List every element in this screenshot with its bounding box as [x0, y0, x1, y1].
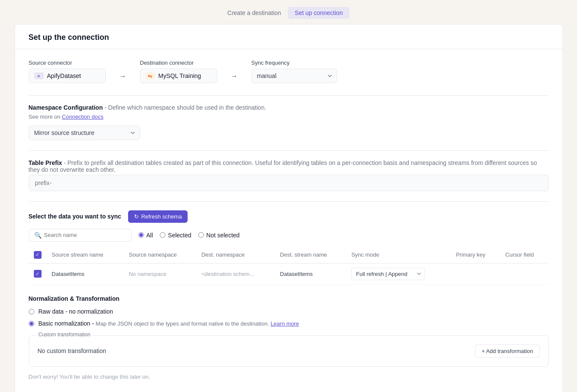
sync-frequency-group: Sync frequency manual hourly daily weekl…: [251, 60, 337, 83]
row-dest-namespace: <destination schem...: [196, 263, 275, 284]
col-primary-key: Primary key: [451, 247, 500, 263]
streams-table-body: ✓ DatasetItems No namespace <destination…: [29, 263, 549, 284]
row-dest-stream: DatasetItems: [275, 263, 347, 284]
search-input[interactable]: [44, 232, 126, 238]
source-connector-value: A ApifyDataset: [29, 69, 106, 83]
row-sync-mode[interactable]: Full refresh | Append Incremental | Appe…: [346, 263, 451, 284]
connector-arrow: →: [120, 72, 126, 80]
namespace-title-bold: Namespace Configuration: [29, 104, 103, 111]
nav-step-create[interactable]: Create a destination: [227, 9, 281, 16]
source-connector-name: ApifyDataset: [47, 72, 81, 79]
no-transform-label: No custom transformation: [38, 347, 106, 354]
search-icon: 🔍: [34, 232, 42, 239]
table-prefix-suffix: - Prefix to prefix all destination table…: [29, 159, 537, 173]
sync-frequency-label: Sync frequency: [251, 60, 337, 66]
namespace-title: Namespace Configuration - Define which n…: [29, 104, 549, 111]
row-source-stream: DatasetItems: [47, 263, 124, 284]
namespace-desc: See more on Connection docs: [29, 113, 549, 121]
namespace-title-suffix: - Define which namespace should be used …: [105, 104, 266, 111]
norm-raw-label: Raw data - no normalization: [39, 308, 113, 315]
sync-section-header: Select the data you want to sync ↻ Refre…: [29, 210, 549, 223]
namespace-select[interactable]: Mirror source structure Destination defa…: [29, 126, 140, 140]
radio-not-selected-input[interactable]: [198, 232, 204, 238]
radio-not-selected[interactable]: Not selected: [198, 232, 240, 239]
add-transformation-button[interactable]: + Add transformation: [475, 344, 539, 358]
mysql-icon: My: [146, 72, 155, 79]
connectors-row: Source connector A ApifyDataset → Destin…: [29, 60, 549, 83]
prefix-input[interactable]: [29, 175, 549, 191]
radio-all-input[interactable]: [138, 232, 144, 238]
main-card: Set up the connection Source connector A…: [15, 24, 563, 392]
top-nav: Create a destination Set up connection: [0, 0, 577, 24]
destination-connector-label: Destination connector: [140, 60, 217, 66]
radio-selected[interactable]: Selected: [160, 232, 191, 239]
table-prefix-section: Table Prefix - Prefix to prefix all dest…: [29, 159, 549, 191]
norm-radio-raw[interactable]: [29, 309, 34, 314]
learn-more-link[interactable]: Learn more: [271, 320, 299, 327]
sync-frequency-select[interactable]: manual hourly daily weekly: [251, 69, 337, 83]
source-connector-group: Source connector A ApifyDataset: [29, 60, 106, 83]
norm-radio-basic[interactable]: [29, 321, 34, 326]
streams-table: ✓ Source stream name Source namespace De…: [29, 247, 549, 285]
streams-table-header-row: ✓ Source stream name Source namespace De…: [29, 247, 549, 263]
connection-docs-link[interactable]: Connection docs: [62, 114, 104, 120]
normalization-title: Normalization & Transformation: [29, 295, 549, 302]
norm-basic-content: Basic normalization - Map the JSON objec…: [39, 320, 299, 327]
search-box[interactable]: 🔍: [29, 229, 132, 242]
radio-all[interactable]: All: [138, 232, 153, 239]
table-prefix-title: Table Prefix - Prefix to prefix all dest…: [29, 159, 549, 173]
col-dest-stream: Dest. stream name: [275, 247, 347, 263]
row-source-namespace: No namespace: [124, 263, 196, 284]
nav-step-setup[interactable]: Set up connection: [288, 7, 350, 19]
table-prefix-bold: Table Prefix: [29, 159, 62, 166]
destination-connector-value: My MySQL Training: [140, 69, 217, 83]
radio-group: All Selected Not selected: [138, 232, 240, 239]
divider-1: [29, 95, 549, 96]
card-header: Set up the connection: [15, 24, 562, 49]
card-title: Set up the connection: [29, 33, 109, 42]
footer-note: Don't worry! You'll be able to change th…: [29, 374, 549, 380]
divider-2: [29, 150, 549, 151]
connector-arrow2: →: [231, 72, 238, 80]
sync-section-title: Select the data you want to sync: [29, 213, 121, 220]
filter-row: 🔍 All Selected Not selected: [29, 229, 549, 242]
normalization-section: Normalization & Transformation Raw data …: [29, 295, 549, 327]
content-area: Source connector A ApifyDataset → Destin…: [15, 49, 562, 392]
refresh-btn-label: Refresh schema: [141, 213, 182, 220]
row-checkbox[interactable]: ✓: [34, 270, 42, 278]
col-sync-mode: Sync mode: [346, 247, 451, 263]
radio-all-label: All: [146, 232, 153, 239]
row-cursor-field: [500, 263, 549, 284]
radio-selected-label: Selected: [168, 232, 191, 239]
sync-mode-select[interactable]: Full refresh | Append Incremental | Appe…: [351, 268, 425, 280]
custom-transform-content: No custom transformation + Add transform…: [29, 336, 548, 366]
norm-option-raw[interactable]: Raw data - no normalization: [29, 308, 549, 315]
table-row: ✓ DatasetItems No namespace <destination…: [29, 263, 549, 284]
norm-option-basic[interactable]: Basic normalization - Map the JSON objec…: [29, 320, 549, 327]
col-source-stream: Source stream name: [47, 247, 124, 263]
norm-basic-desc: Map the JSON object to the types and for…: [96, 320, 299, 327]
norm-basic-label: Basic normalization -: [39, 320, 96, 327]
radio-selected-input[interactable]: [160, 232, 165, 238]
custom-transform-box: Custom transformation No custom transfor…: [29, 335, 549, 367]
header-checkbox[interactable]: ✓: [34, 251, 42, 259]
row-primary-key: [451, 263, 500, 284]
refresh-schema-button[interactable]: ↻ Refresh schema: [128, 210, 188, 223]
row-checkbox-cell[interactable]: ✓: [29, 263, 47, 284]
col-dest-namespace: Dest. namespace: [196, 247, 275, 263]
destination-connector-name: MySQL Training: [158, 72, 201, 79]
apify-icon: A: [34, 72, 44, 79]
col-source-namespace: Source namespace: [124, 247, 196, 263]
custom-transform-legend: Custom transformation: [36, 332, 93, 338]
streams-table-head: ✓ Source stream name Source namespace De…: [29, 247, 549, 263]
col-checkbox: ✓: [29, 247, 47, 263]
radio-not-selected-label: Not selected: [206, 232, 240, 239]
source-connector-label: Source connector: [29, 60, 106, 66]
col-cursor-field: Cursor field: [500, 247, 549, 263]
destination-connector-group: Destination connector My MySQL Training: [140, 60, 217, 83]
refresh-icon: ↻: [134, 213, 139, 220]
namespace-section: Namespace Configuration - Define which n…: [29, 104, 549, 140]
divider-3: [29, 201, 549, 202]
